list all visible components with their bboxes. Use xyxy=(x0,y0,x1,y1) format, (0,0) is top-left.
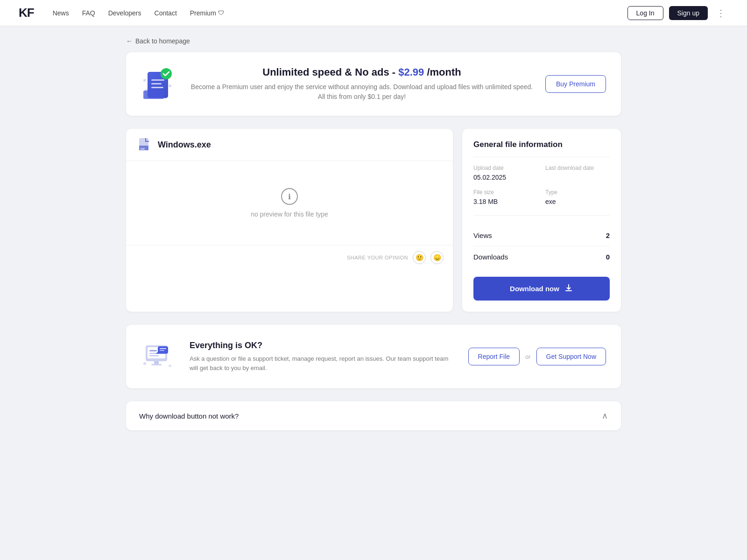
file-type-icon: EXE xyxy=(137,137,152,152)
svg-point-27 xyxy=(169,364,171,367)
file-size-label: File size xyxy=(473,189,538,196)
buy-premium-button[interactable]: Buy Premium xyxy=(545,75,606,93)
svg-rect-5 xyxy=(151,87,163,88)
views-label: Views xyxy=(473,231,492,239)
navbar: KF News FAQ Developers Contact Premium 🛡… xyxy=(0,0,747,26)
or-separator: or xyxy=(525,353,531,360)
share-label: SHARE YOUR OPINION xyxy=(347,255,408,260)
file-type-label: Type xyxy=(545,189,610,196)
file-header: EXE Windows.exe xyxy=(126,129,453,161)
thumbs-up-button[interactable]: 🙂 xyxy=(413,251,426,264)
thumbs-down-icon: 😞 xyxy=(433,254,441,261)
nav-premium[interactable]: Premium 🛡 xyxy=(190,9,224,17)
more-icon[interactable]: ⋮ xyxy=(713,6,728,21)
preview-text: no preview for this file type xyxy=(251,210,328,218)
premium-banner: Unlimited speed & No ads - $2.99 /month … xyxy=(126,52,621,116)
svg-rect-20 xyxy=(149,355,159,357)
nav-contact[interactable]: Contact xyxy=(155,9,177,17)
premium-title: Unlimited speed & No ads - $2.99 /month xyxy=(190,66,534,78)
svg-text:EXE: EXE xyxy=(141,147,145,150)
file-footer: SHARE YOUR OPINION 🙂 😞 xyxy=(126,245,453,270)
get-support-button[interactable]: Get Support Now xyxy=(536,348,606,365)
file-size-value: 3.18 MB xyxy=(473,198,498,205)
nav-developers[interactable]: Developers xyxy=(108,9,141,17)
premium-illustration xyxy=(141,65,178,103)
report-file-button[interactable]: Report File xyxy=(468,348,520,365)
main-content: EXE Windows.exe ℹ no preview for this fi… xyxy=(126,129,621,312)
file-type-item: Type exe xyxy=(545,189,610,206)
arrow-left-icon: ← xyxy=(126,37,133,45)
upload-date-label: Upload date xyxy=(473,165,538,171)
support-text: Everything is OK? Ask a question or file… xyxy=(190,341,457,372)
svg-rect-25 xyxy=(151,364,162,365)
download-icon xyxy=(564,283,573,294)
premium-description: Become a Premium user and enjoy the serv… xyxy=(190,82,534,102)
views-value: 2 xyxy=(606,231,610,239)
logo: KF xyxy=(19,6,34,20)
info-icon: ℹ xyxy=(281,188,298,205)
info-card-title: General file information xyxy=(473,140,610,157)
downloads-row: Downloads 0 xyxy=(473,246,610,267)
svg-rect-4 xyxy=(151,83,162,84)
support-description: Ask a question or file a support ticket,… xyxy=(190,354,457,372)
file-preview: ℹ no preview for this file type xyxy=(126,161,453,245)
nav-actions: Log In Sign up ⋮ xyxy=(627,6,728,21)
shield-icon: 🛡 xyxy=(218,9,224,16)
faq-accordion[interactable]: Why download button not work? ∧ xyxy=(126,401,621,430)
support-title: Everything is OK? xyxy=(190,341,457,350)
svg-point-10 xyxy=(169,84,171,87)
views-row: Views 2 xyxy=(473,225,610,246)
back-link[interactable]: ← Back to homepage xyxy=(126,26,621,52)
svg-rect-22 xyxy=(160,348,166,349)
download-button[interactable]: Download now xyxy=(473,277,610,301)
upload-date-item: Upload date 05.02.2025 xyxy=(473,165,538,182)
chevron-up-icon: ∧ xyxy=(602,411,608,421)
downloads-value: 0 xyxy=(606,253,610,261)
signup-button[interactable]: Sign up xyxy=(669,6,708,20)
upload-date-value: 05.02.2025 xyxy=(473,174,506,181)
file-size-item: File size 3.18 MB xyxy=(473,189,538,206)
support-banner: Everything is OK? Ask a question or file… xyxy=(126,325,621,388)
nav-links: News FAQ Developers Contact Premium 🛡 xyxy=(53,9,627,17)
svg-rect-24 xyxy=(154,361,159,364)
svg-point-8 xyxy=(161,68,172,79)
svg-point-9 xyxy=(143,79,146,82)
info-card: General file information Upload date 05.… xyxy=(462,129,621,312)
svg-rect-23 xyxy=(160,350,164,351)
support-actions: Report File or Get Support Now xyxy=(468,348,606,365)
file-metadata: Upload date 05.02.2025 Last download dat… xyxy=(473,165,610,216)
thumbs-down-button[interactable]: 😞 xyxy=(430,251,444,264)
nav-news[interactable]: News xyxy=(53,9,69,17)
file-name: Windows.exe xyxy=(158,140,211,150)
nav-faq[interactable]: FAQ xyxy=(82,9,95,17)
downloads-label: Downloads xyxy=(473,253,508,261)
file-type-value: exe xyxy=(545,198,556,205)
support-illustration xyxy=(141,338,178,375)
accordion-title: Why download button not work? xyxy=(139,412,239,420)
last-download-label: Last download date xyxy=(545,165,610,171)
svg-rect-3 xyxy=(151,79,164,81)
svg-rect-7 xyxy=(143,91,164,99)
thumbs-up-icon: 🙂 xyxy=(416,254,423,261)
login-button[interactable]: Log In xyxy=(627,6,663,20)
last-download-item: Last download date xyxy=(545,165,610,182)
svg-rect-18 xyxy=(149,350,157,351)
premium-text: Unlimited speed & No ads - $2.99 /month … xyxy=(190,66,534,102)
svg-point-26 xyxy=(143,362,146,365)
file-card: EXE Windows.exe ℹ no preview for this fi… xyxy=(126,129,453,312)
